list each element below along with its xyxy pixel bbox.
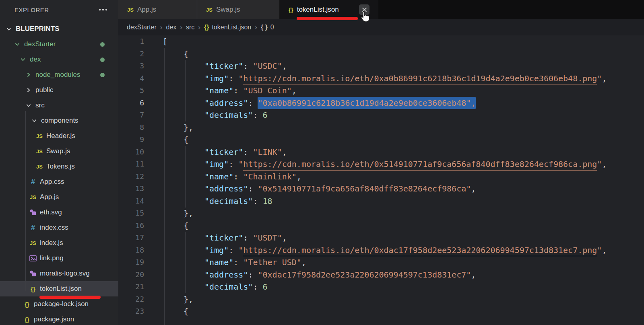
code-line-8: 8},: [118, 121, 644, 134]
code-line-20: 20"address": "0xdac17f958d2ee523a2206206…: [118, 269, 644, 281]
code-token: :: [253, 109, 262, 121]
code-token: ,: [282, 232, 287, 244]
annotation-underline-sidebar: [39, 296, 101, 299]
tree-item-app-css[interactable]: #App.css: [0, 174, 118, 189]
code-token: "LINK": [253, 146, 282, 158]
css-file-icon: #: [29, 224, 37, 232]
breadcrumb-item-dexstarter[interactable]: dexStarter: [127, 24, 157, 31]
editor-group: JSApp.jsJSSwap.js{}tokenList.json dexSta…: [118, 0, 644, 325]
tree-item-index-js[interactable]: JSindex.js: [0, 235, 118, 251]
explorer-sidebar: EXPLORER BLUEPRINTSdexStarterdexnode_mod…: [0, 0, 118, 325]
code-token: "img": [204, 158, 229, 171]
js-file-icon: JS: [29, 240, 37, 246]
tab-label: Swap.js: [216, 6, 240, 14]
breadcrumb: dexStarter›dex›src›{}tokenList.json›{ }0: [118, 19, 644, 35]
json-file-icon: {}: [23, 301, 31, 308]
json-braces-icon: {}: [204, 24, 209, 31]
code-token: "0x514910771af9ca656af840dff83e8264ecf98…: [258, 183, 471, 195]
tree-item-components[interactable]: components: [0, 113, 118, 128]
code-line-18: 18"img": "https://cdn.moralis.io/eth/0xd…: [118, 244, 644, 257]
code-line-13: 13"address": "0x514910771af9ca656af840df…: [118, 183, 644, 195]
tree-item-moralis-logo-svg[interactable]: moralis-logo.svg: [0, 266, 118, 281]
tree-item-header-js[interactable]: JSHeader.js: [0, 128, 118, 144]
code-token: "name": [204, 256, 233, 269]
code-line-2: 2{: [118, 48, 644, 60]
tab-label: App.js: [137, 6, 156, 14]
tree-item-label: Swap.js: [46, 147, 70, 155]
code-line-14: 14"decimals": 18: [118, 195, 644, 208]
code-line-11: 11"img": "https://cdn.moralis.io/eth/0x5…: [118, 158, 644, 171]
code-token: {: [184, 48, 188, 60]
tree-item-node-modules[interactable]: node_modules: [0, 67, 118, 82]
code-token: ": [238, 158, 243, 171]
tree-item-dexstarter[interactable]: dexStarter: [0, 37, 118, 52]
breadcrumb-item-src[interactable]: src: [186, 24, 194, 31]
tree-item-eth-svg[interactable]: eth.svg: [0, 205, 118, 220]
code-line-9: 9{: [118, 134, 644, 146]
code-token: 18: [263, 195, 272, 208]
code-token: "address": [204, 183, 248, 195]
line-number: 4: [118, 72, 163, 85]
code-token: ": [597, 72, 602, 85]
line-number: 9: [118, 134, 163, 146]
tab-bar: JSApp.jsJSSwap.js{}tokenList.json: [118, 0, 644, 19]
line-number: 22: [118, 293, 163, 306]
tree-item-public[interactable]: public: [0, 82, 118, 98]
code-token: "ticker": [204, 60, 243, 72]
breadcrumb-label: dex: [166, 24, 176, 31]
code-token: "0xdac17f958d2ee523a2206206994597c13d831…: [258, 269, 471, 281]
code-token: ,: [602, 244, 607, 257]
code-token: ,: [602, 72, 607, 85]
url-link[interactable]: https://cdn.moralis.io/eth/0xa0b86991c62…: [243, 72, 597, 85]
code-token: :: [248, 183, 258, 195]
tree-item-label: Header.js: [46, 132, 75, 140]
tab-label: tokenList.json: [297, 6, 339, 14]
sidebar-section-blueprints[interactable]: BLUEPRINTS: [0, 21, 118, 37]
code-token: ": [238, 72, 243, 85]
js-file-icon: JS: [127, 7, 134, 13]
code-editor[interactable]: 1[2{3"ticker": "USDC",4"img": "https://c…: [118, 35, 644, 325]
code-line-17: 17"ticker": "USDT",: [118, 232, 644, 244]
code-token: ,: [292, 84, 297, 97]
tree-item-label: tokenList.json: [40, 285, 82, 293]
tree-item-link-png[interactable]: link.png: [0, 251, 118, 266]
line-number: 12: [118, 171, 163, 183]
breadcrumb-item-0[interactable]: { }0: [261, 24, 274, 31]
code-token: 6: [263, 109, 268, 121]
tree-item-src[interactable]: src: [0, 98, 118, 113]
code-token: "decimals": [204, 109, 253, 121]
tree-item-index-css[interactable]: #index.css: [0, 220, 118, 235]
tree-item-app-js[interactable]: JSApp.js: [0, 189, 118, 205]
json-file-icon: {}: [289, 6, 293, 13]
code-token: "USDC": [253, 60, 282, 72]
tree-item-tokenlist-json[interactable]: {}tokenList.json: [0, 281, 118, 296]
code-token: ,: [282, 60, 287, 72]
code-token: [: [163, 35, 167, 48]
tree-item-label: eth.svg: [40, 208, 62, 216]
code-token: ,: [301, 256, 306, 269]
tree-item-package-json[interactable]: {}package.json: [0, 312, 118, 325]
tab-swap-js[interactable]: JSSwap.js: [197, 0, 280, 19]
code-token: "address": [204, 269, 248, 281]
ellipsis-menu-icon[interactable]: [98, 6, 108, 13]
breadcrumb-item-dex[interactable]: dex: [166, 24, 176, 31]
code-line-7: 7"decimals": 6: [118, 109, 644, 121]
tree-item-swap-js[interactable]: JSSwap.js: [0, 144, 118, 159]
tree-item-label: App.js: [40, 193, 59, 201]
json-file-icon: {}: [29, 286, 37, 292]
code-line-19: 19"name": "Tether USD",: [118, 256, 644, 269]
tree-item-tokens-js[interactable]: JSTokens.js: [0, 159, 118, 174]
url-link[interactable]: https://cdn.moralis.io/eth/0xdac17f958d2…: [243, 244, 597, 257]
url-link[interactable]: https://cdn.moralis.io/eth/0x514910771af…: [243, 158, 597, 171]
line-number: 20: [118, 269, 163, 281]
tab-app-js[interactable]: JSApp.js: [118, 0, 197, 19]
svg-file-icon: [29, 270, 37, 277]
code-token: :: [248, 97, 258, 109]
tree-item-dex[interactable]: dex: [0, 52, 118, 67]
breadcrumb-separator: ›: [180, 23, 182, 31]
code-token: :: [243, 232, 253, 244]
breadcrumb-item-tokenlist-json[interactable]: {}tokenList.json: [204, 24, 251, 31]
chevron-right-icon: [25, 72, 33, 78]
explorer-title: EXPLORER: [14, 6, 49, 13]
code-token: :: [229, 244, 238, 257]
